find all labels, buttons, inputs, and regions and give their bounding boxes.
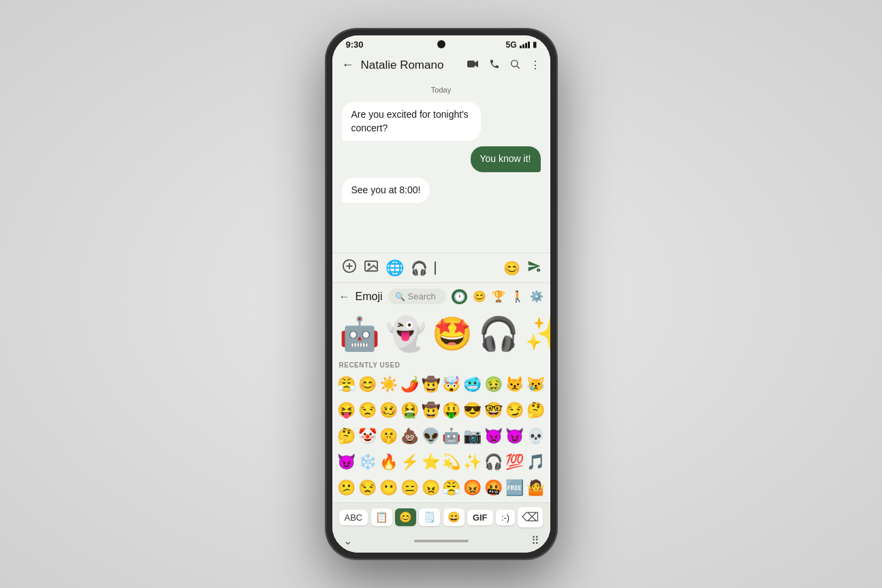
emoji-34[interactable]: ⚡ <box>399 449 420 475</box>
emoji-44[interactable]: 😑 <box>399 475 420 501</box>
search-icon: 🔍 <box>395 292 405 301</box>
emoji-search-box[interactable]: 🔍 Search <box>388 289 446 304</box>
emoji-9[interactable]: 😾 <box>504 372 525 397</box>
more-options-button[interactable]: ⋮ <box>530 59 541 71</box>
emoji-23[interactable]: 🤫 <box>378 423 399 449</box>
send-button[interactable]: ↑ <box>527 259 541 276</box>
emoji-47[interactable]: 😡 <box>462 475 483 501</box>
emoji-button[interactable]: 😊 <box>503 260 520 276</box>
abc-button[interactable]: ABC <box>339 510 368 525</box>
sticker-button[interactable]: 🗒️ <box>419 508 440 526</box>
emoji-30[interactable]: 💀 <box>525 423 546 449</box>
video-call-button[interactable] <box>467 59 479 71</box>
keyboard-bottom: ABC 📋 😊 🗒️ 😄 GIF :-) ⌫ <box>332 502 550 532</box>
date-label: Today <box>342 86 541 94</box>
emoji-20[interactable]: 🤔 <box>525 397 546 423</box>
featured-emoji-4[interactable]: 🎧 <box>477 312 520 356</box>
emoji-18[interactable]: 🤓 <box>483 397 504 423</box>
bitmoji-button[interactable]: 😄 <box>443 508 464 526</box>
emoji-19[interactable]: 😏 <box>504 397 525 423</box>
svg-line-2 <box>517 66 520 69</box>
featured-emoji-1[interactable]: 🤖 <box>338 312 381 356</box>
add-button[interactable] <box>342 259 357 277</box>
globe-button[interactable]: 🌐 <box>385 259 404 277</box>
emoji-6[interactable]: 🤯 <box>441 372 462 397</box>
emoji-32[interactable]: ❄️ <box>357 449 378 475</box>
svg-point-7 <box>368 263 370 265</box>
app-bar-actions: ⋮ <box>467 59 541 72</box>
emoji-5[interactable]: 🤠 <box>420 372 441 397</box>
emoji-7[interactable]: 🥶 <box>462 372 483 397</box>
emoji-4[interactable]: 🌶️ <box>399 372 420 397</box>
emoji-42[interactable]: 😒 <box>357 475 378 501</box>
emoji-14[interactable]: 🤮 <box>399 397 420 423</box>
emoji-26[interactable]: 🤖 <box>441 423 462 449</box>
category-smileys[interactable]: 😊 <box>473 290 486 303</box>
category-activities[interactable]: 🏆 <box>492 290 505 303</box>
emoji-48[interactable]: 🤬 <box>483 475 504 501</box>
emoji-15[interactable]: 🤠 <box>420 397 441 423</box>
emoji-28[interactable]: 👿 <box>483 423 504 449</box>
category-recent[interactable]: 🕐 <box>452 289 467 304</box>
gif-button[interactable]: GIF <box>467 510 493 525</box>
search-button[interactable] <box>509 59 520 72</box>
emoji-43[interactable]: 😶 <box>378 475 399 501</box>
emoji-21[interactable]: 🤔 <box>336 423 358 449</box>
emoji-38[interactable]: 🎧 <box>483 449 504 475</box>
chevron-down-icon[interactable]: ⌄ <box>343 534 352 547</box>
svg-text:↑: ↑ <box>537 268 539 272</box>
signal-bars <box>520 42 530 48</box>
svg-rect-6 <box>364 261 377 272</box>
emoji-2[interactable]: 😊 <box>357 372 378 397</box>
category-people[interactable]: 🚶 <box>511 290 524 303</box>
back-button[interactable]: ← <box>342 58 354 72</box>
emoji-41[interactable]: 😕 <box>336 475 358 501</box>
emoji-31[interactable]: 😈 <box>336 449 358 475</box>
emoji-35[interactable]: ⭐ <box>420 449 441 475</box>
featured-emoji-5[interactable]: ✨ <box>523 312 550 356</box>
emoji-37[interactable]: ✨ <box>462 449 483 475</box>
status-time: 9:30 <box>346 39 364 50</box>
featured-emoji-2[interactable]: 👻 <box>384 312 428 356</box>
status-icons: 5G ▮ <box>505 40 536 50</box>
emoji-11[interactable]: 😝 <box>336 397 358 423</box>
phone-screen: 9:30 5G ▮ ← Natalie Romano <box>332 35 550 553</box>
keyboard-dots-icon[interactable]: ⠿ <box>531 534 539 547</box>
bar3 <box>525 43 527 48</box>
phone-call-button[interactable] <box>489 59 500 72</box>
emoji-13[interactable]: 🥴 <box>378 397 399 423</box>
delete-button[interactable]: ⌫ <box>518 507 543 527</box>
emoji-33[interactable]: 🔥 <box>378 449 399 475</box>
emoji-16[interactable]: 🤑 <box>441 397 462 423</box>
emoji-22[interactable]: 🤡 <box>357 423 378 449</box>
emoji-29[interactable]: 😈 <box>504 423 525 449</box>
emoji-36[interactable]: 💫 <box>441 449 462 475</box>
image-button[interactable] <box>364 259 379 276</box>
emoji-45[interactable]: 😠 <box>420 475 441 501</box>
emoji-50[interactable]: 🤷 <box>525 475 546 501</box>
category-settings[interactable]: ⚙️ <box>530 290 544 303</box>
emoji-10[interactable]: 😿 <box>525 372 546 397</box>
emoji-panel-title: Emoji <box>356 291 383 303</box>
emoji-3[interactable]: ☀️ <box>378 372 399 397</box>
emoji-grid: 😤 😊 ☀️ 🌶️ 🤠 🤯 🥶 🤢 😾 😿 😝 😒 🥴 🤮 🤠 🤑 😎 🤓 <box>332 370 550 502</box>
emoji-46[interactable]: 😤 <box>441 475 462 501</box>
emoji-49[interactable]: 🆓 <box>504 475 525 501</box>
emoji-25[interactable]: 👽 <box>420 423 441 449</box>
text-shortcut-button[interactable]: :-) <box>496 510 515 525</box>
emoji-40[interactable]: 🎵 <box>525 449 546 475</box>
emoji-keyboard-button[interactable]: 😊 <box>395 508 416 526</box>
emoji-back-button[interactable]: ← <box>339 291 350 303</box>
recently-used-label: RECENTLY USED <box>332 359 550 370</box>
emoji-24[interactable]: 💩 <box>399 423 420 449</box>
emoji-39[interactable]: 💯 <box>504 449 525 475</box>
emoji-27[interactable]: 📷 <box>462 423 483 449</box>
emoji-1[interactable]: 😤 <box>336 372 358 397</box>
featured-emoji-3[interactable]: 🤩 <box>430 312 474 356</box>
bar4 <box>528 42 530 48</box>
emoji-12[interactable]: 😒 <box>357 397 378 423</box>
clipboard-button[interactable]: 📋 <box>371 508 392 526</box>
emoji-17[interactable]: 😎 <box>462 397 483 423</box>
chat-area: Today Are you excited for tonight's conc… <box>332 78 550 252</box>
emoji-8[interactable]: 🤢 <box>483 372 504 397</box>
